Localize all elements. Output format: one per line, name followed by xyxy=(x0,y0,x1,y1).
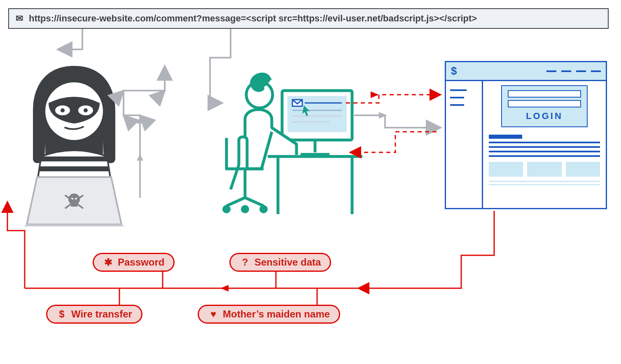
stolen-wire-transfer-pill: $ Wire transfer xyxy=(46,305,142,324)
bank-content-lines xyxy=(489,135,600,157)
stolen-password-label: Password xyxy=(118,257,164,268)
svg-point-34 xyxy=(222,205,231,213)
svg-rect-6 xyxy=(29,166,119,171)
bank-footer-lines xyxy=(489,181,600,185)
stolen-password-pill: ✱ Password xyxy=(93,253,175,272)
svg-point-4 xyxy=(84,108,88,112)
svg-point-3 xyxy=(61,108,65,112)
dollar-icon: $ xyxy=(56,308,67,320)
attacker-laptop xyxy=(21,177,128,226)
svg-marker-12 xyxy=(21,224,128,226)
svg-point-35 xyxy=(241,205,249,213)
dollar-icon: $ xyxy=(451,65,457,77)
bank-window-titlebar: $ xyxy=(446,62,606,81)
stolen-maiden-name-pill: ♥ Mother’s maiden name xyxy=(198,305,340,324)
victim-figure xyxy=(206,66,362,224)
bank-login-button[interactable]: LOGIN xyxy=(508,110,581,122)
mail-icon: ✉ xyxy=(16,13,23,24)
attacker-figure xyxy=(12,62,136,228)
malicious-url-text: https://insecure-website.com/comment?mes… xyxy=(29,13,477,24)
svg-point-36 xyxy=(259,205,268,213)
svg-marker-40 xyxy=(371,91,379,98)
bank-sidebar xyxy=(446,81,483,208)
malicious-url-bar: ✉ https://insecure-website.com/comment?m… xyxy=(8,8,609,29)
svg-marker-38 xyxy=(137,117,143,124)
bank-login-form: LOGIN xyxy=(501,85,588,127)
stolen-sensitive-pill: ? Sensitive data xyxy=(229,253,331,272)
svg-marker-39 xyxy=(379,112,387,119)
question-icon: ? xyxy=(240,257,250,268)
stolen-wire-transfer-label: Wire transfer xyxy=(71,308,132,320)
stolen-sensitive-label: Sensitive data xyxy=(254,257,321,268)
svg-marker-41 xyxy=(220,285,229,292)
svg-rect-5 xyxy=(29,156,119,161)
stolen-maiden-name-label: Mother’s maiden name xyxy=(223,308,330,320)
window-controls xyxy=(546,70,601,72)
bank-website-window: $ LOGIN xyxy=(445,61,607,209)
bank-content-cards xyxy=(489,162,600,177)
bank-username-field[interactable] xyxy=(508,90,581,98)
bank-password-field[interactable] xyxy=(508,100,581,107)
heart-icon: ♥ xyxy=(208,308,219,320)
asterisk-icon: ✱ xyxy=(103,257,114,268)
svg-marker-37 xyxy=(137,154,143,161)
